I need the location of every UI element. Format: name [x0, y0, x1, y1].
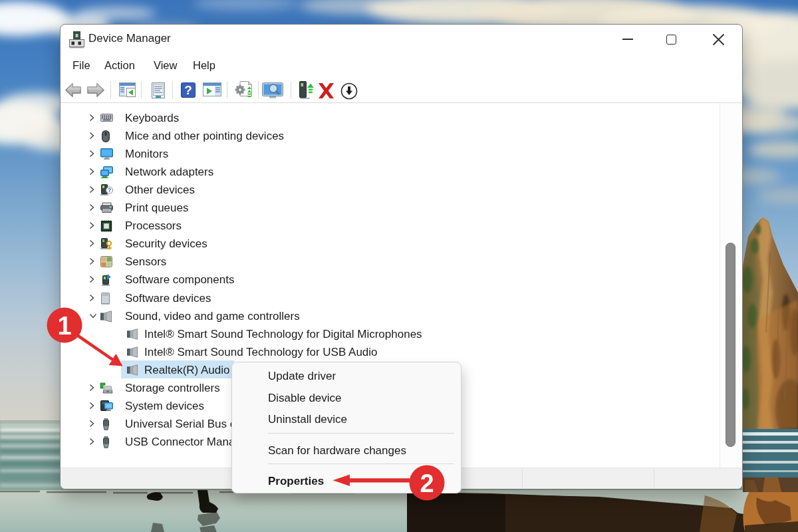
svg-text:?: ? — [108, 187, 112, 194]
svg-text:?: ? — [184, 83, 192, 97]
